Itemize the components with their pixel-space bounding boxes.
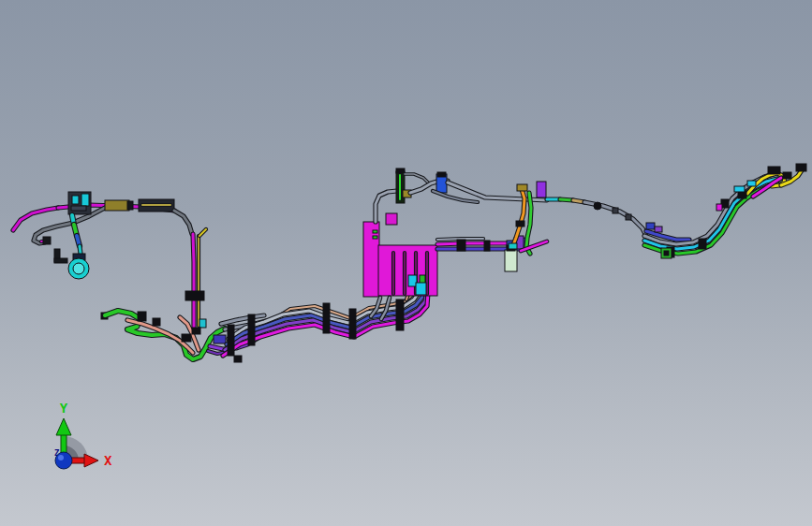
- harness-segment: [153, 318, 160, 326]
- harness-segment: [509, 243, 517, 249]
- harness-segment: [396, 300, 404, 330]
- harness-segment: [664, 251, 669, 256]
- harness-segment: [734, 186, 745, 192]
- harness-segment: [396, 168, 405, 173]
- harness-segment: [783, 172, 791, 179]
- z-axis-sphere: [55, 452, 72, 469]
- harness-segment: [185, 291, 204, 300]
- harness-segment: [192, 328, 200, 334]
- harness-segment: [234, 356, 242, 362]
- harness-segment: [626, 214, 631, 220]
- harness-segment: [516, 221, 524, 226]
- harness-segment: [646, 223, 655, 229]
- harness-segment: [416, 283, 426, 295]
- cad-viewport[interactable]: Z Y X: [0, 0, 812, 526]
- harness-segment: [349, 309, 356, 339]
- harness-segment: [54, 258, 67, 263]
- harness-segment: [373, 236, 377, 239]
- harness-segment: [517, 184, 527, 191]
- harness-segment: [214, 335, 226, 343]
- harness-segment: [81, 194, 89, 206]
- harness-segment: [655, 226, 662, 232]
- harness-segment: [72, 196, 79, 204]
- harness-segment: [373, 230, 377, 233]
- harness-segment: [323, 303, 330, 333]
- harness-segment: [228, 325, 234, 356]
- x-axis-label: X: [104, 453, 112, 468]
- harness-segment: [437, 243, 513, 244]
- harness-segment: [386, 213, 397, 225]
- harness-segment: [484, 241, 490, 251]
- harness-segment: [796, 164, 806, 171]
- harness-segment: [174, 211, 192, 234]
- z-axis-sphere-highlight: [58, 455, 64, 460]
- harness-segment: [71, 206, 86, 211]
- harness-segment: [747, 181, 756, 186]
- harness-segment: [716, 204, 722, 211]
- harness-segment: [105, 200, 129, 211]
- harness-segment: [193, 234, 194, 328]
- harness-segment: [248, 314, 255, 345]
- harness-segment: [199, 319, 206, 328]
- harness-segment: [613, 208, 618, 213]
- y-axis-label: Y: [60, 401, 68, 416]
- axis-triad[interactable]: Z Y X: [19, 398, 140, 510]
- harness-segment: [594, 202, 601, 210]
- harness-segment: [138, 312, 146, 321]
- harness-segment: [768, 167, 780, 174]
- harness-segment: [127, 201, 133, 210]
- harness-segment: [73, 263, 84, 274]
- harness-segment: [182, 334, 191, 342]
- harness-segment: [80, 246, 81, 254]
- harness-segment: [537, 182, 546, 197]
- harness-segment: [43, 237, 51, 244]
- harness-segment: [437, 172, 446, 177]
- harness-segment: [699, 239, 706, 249]
- harness-segment: [505, 250, 517, 271]
- harness-segment: [457, 240, 465, 251]
